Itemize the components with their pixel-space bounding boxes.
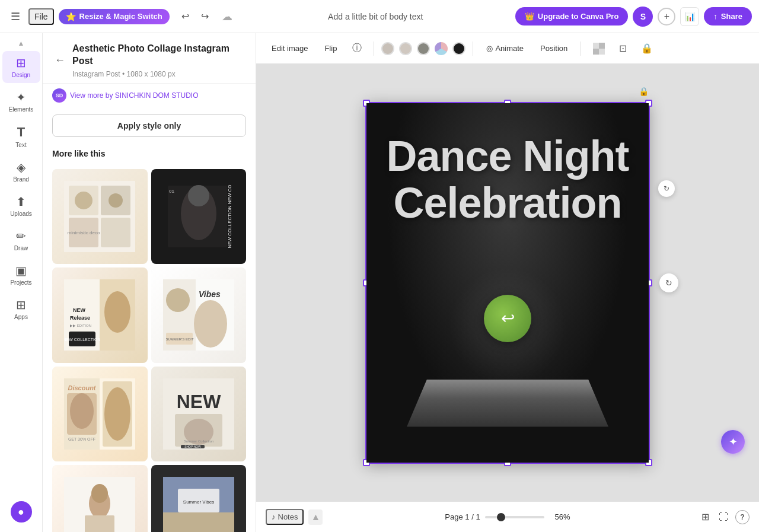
grid-view-button[interactable]: ⊞ (699, 509, 712, 525)
projects-icon: ▣ (15, 263, 27, 278)
left-panel-header: ← Aesthetic Photo Collage Instagram Post… (43, 33, 256, 84)
bottom-right: ⊞ ⛶ ? (629, 509, 750, 525)
arrow-icon: ↩ (501, 308, 515, 328)
main-area: ▲ ⊞ Design ✦ Elements T Text ◈ Brand ⬆ U… (0, 33, 759, 532)
sidebar-item-elements[interactable]: ✦ Elements (2, 85, 40, 117)
author-link[interactable]: View more by SINICHKIN DOM STUDIO (70, 91, 198, 100)
transparency-button[interactable] (588, 39, 610, 58)
svg-text:Summer Collection: Summer Collection (183, 439, 213, 443)
rotate-handle[interactable]: ↻ (659, 273, 678, 292)
canvas-title[interactable]: Dance Night Celebration (384, 133, 631, 227)
cloud-icon: ☁ (218, 7, 236, 27)
edit-image-button[interactable]: Edit image (266, 40, 314, 56)
zoom-percentage[interactable]: 56% (549, 512, 570, 521)
svg-point-36 (104, 387, 130, 441)
svg-rect-57 (593, 49, 599, 55)
dance-night-text[interactable]: Dance Night Celebration (366, 121, 649, 238)
position-button[interactable]: Position (534, 40, 573, 56)
sidebar-item-brand[interactable]: ◈ Brand (2, 155, 40, 187)
color-swatch-multi[interactable] (435, 42, 448, 55)
svg-text:NEW: NEW (176, 391, 221, 412)
sidebar-item-projects[interactable]: ▣ Projects (2, 259, 40, 291)
transparency-icon (593, 43, 605, 55)
sidebar-item-design[interactable]: ⊞ Design (2, 51, 40, 83)
svg-text:SHOP NOW: SHOP NOW (184, 445, 201, 448)
document-title[interactable]: Add a little bit of body text (241, 8, 511, 25)
template-thumb-8[interactable]: Summer Vibes (151, 465, 247, 532)
template-thumb-4[interactable]: Vibes SUMMER'S EDIT (151, 267, 247, 363)
template-thumb-6[interactable]: NEW Summer Collection SHOP NOW (151, 367, 247, 462)
author-row: SD View more by SINICHKIN DOM STUDIO (43, 88, 256, 110)
flip-button[interactable]: Flip (318, 40, 343, 56)
sidebar-item-apps[interactable]: ⊞ Apps (2, 293, 40, 325)
analytics-button[interactable]: 📊 (680, 7, 699, 26)
template-thumb-3[interactable]: NEW Release ▶▶ EDITION NEW COLLECTION (52, 267, 148, 363)
svg-point-26 (166, 288, 190, 312)
lock-icon[interactable]: 🔒 (639, 87, 649, 96)
menu-icon[interactable]: ☰ (7, 7, 24, 27)
svg-rect-54 (593, 43, 599, 49)
svg-point-47 (91, 484, 108, 503)
redo-button[interactable]: ↪ (196, 7, 213, 26)
templates-grid: minimistic deco 01 NEW COLLECTION NEW CO (43, 169, 256, 532)
thumb-7-image: Fashion Editorial (64, 477, 135, 532)
back-button[interactable]: ← (52, 52, 68, 69)
color-swatch-3[interactable] (417, 42, 430, 55)
bottom-left: ♪ Notes ▲ (266, 509, 387, 525)
template-thumb-7[interactable]: Fashion Editorial (52, 465, 148, 532)
author-avatar: SD (52, 88, 66, 103)
upgrade-label: Upgrade to Canva Pro (538, 12, 619, 21)
svg-text:minimistic deco: minimistic deco (68, 230, 100, 235)
color-swatch-black[interactable] (452, 42, 465, 55)
inner-rotate-handle[interactable]: ↻ (658, 180, 675, 197)
star-icon: ⭐ (66, 12, 76, 21)
fullscreen-button[interactable]: ⛶ (716, 509, 731, 525)
undo-button[interactable]: ↩ (177, 7, 194, 26)
copy-style-button[interactable]: ⊡ (614, 39, 632, 58)
crown-icon: 👑 (525, 12, 534, 21)
page-indicator: Page 1 / 1 (445, 512, 480, 521)
animate-button[interactable]: ◎ Animate (480, 40, 530, 56)
upgrade-button[interactable]: 👑 Upgrade to Canva Pro (515, 7, 629, 26)
purple-circle-button[interactable]: ● (11, 501, 32, 523)
avatar[interactable]: S (633, 7, 653, 27)
panel-scroll-area[interactable]: More like this minimisti (43, 144, 256, 532)
undo-redo-group: ↩ ↪ (177, 7, 213, 26)
sidebar-item-uploads[interactable]: ⬆ Uploads (2, 190, 40, 222)
magic-switch-button[interactable]: ✦ (721, 430, 745, 454)
text-icon: T (17, 125, 25, 140)
canvas-frame[interactable]: ↻ ↻ 🔒 Dance Night Celebration (365, 102, 650, 464)
show-pages-button[interactable]: ▲ (308, 509, 323, 525)
template-thumb-2[interactable]: 01 NEW COLLECTION NEW CO (151, 169, 247, 265)
thumb-4-image: Vibes SUMMER'S EDIT (163, 279, 234, 351)
zoom-slider[interactable] (485, 516, 544, 518)
color-swatch-1[interactable] (381, 42, 394, 55)
apply-style-button[interactable]: Apply style only (52, 114, 246, 137)
draw-icon: ✏ (16, 229, 26, 243)
notes-button[interactable]: ♪ Notes (266, 509, 304, 525)
svg-rect-56 (599, 43, 605, 49)
share-button[interactable]: ↑ Share (704, 7, 752, 26)
canvas-content: Dance Night Celebration ↩ (366, 103, 649, 463)
sidebar-label-apps: Apps (14, 314, 28, 320)
green-play-icon[interactable]: ↩ (484, 295, 531, 342)
sidebar-item-text[interactable]: T Text (2, 120, 40, 153)
help-button[interactable]: ? (735, 510, 750, 524)
left-panel: ← Aesthetic Photo Collage Instagram Post… (43, 33, 256, 532)
template-thumb-5[interactable]: Discount GET 30% OFF (52, 367, 148, 462)
scroll-up-arrow[interactable]: ▲ (17, 38, 26, 49)
color-swatch-2[interactable] (399, 42, 412, 55)
svg-text:Release: Release (70, 315, 90, 321)
canvas-viewport[interactable]: ↻ ↻ 🔒 Dance Night Celebration (256, 64, 759, 501)
add-team-button[interactable]: + (658, 8, 675, 26)
file-menu[interactable]: File (28, 8, 54, 25)
canvas-area: Edit image Flip ⓘ ◎ Animate Position (256, 33, 759, 532)
more-like-section: More like this (43, 144, 256, 169)
info-button[interactable]: ⓘ (347, 39, 366, 58)
brand-badge[interactable]: ⭐ Resize & Magic Switch (59, 9, 170, 24)
template-thumb-1[interactable]: minimistic deco (52, 169, 148, 265)
topbar: ☰ File ⭐ Resize & Magic Switch ↩ ↪ ☁ Add… (0, 0, 759, 33)
sidebar-item-draw[interactable]: ✏ Draw (2, 224, 40, 256)
thumb-1-image: minimistic deco (64, 181, 135, 252)
lock-button[interactable]: 🔒 (636, 39, 658, 58)
